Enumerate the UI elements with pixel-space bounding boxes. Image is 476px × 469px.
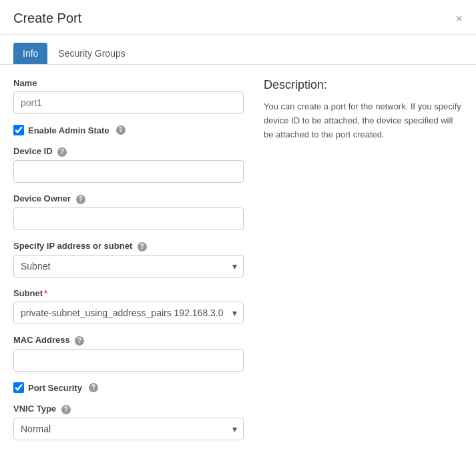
- name-label: Name: [13, 78, 244, 88]
- modal-body: Name Enable Admin State ? Device ID ? De…: [0, 65, 476, 464]
- enable-admin-state-label[interactable]: Enable Admin State: [28, 125, 109, 135]
- subnet-label: Subnet*: [13, 288, 244, 298]
- port-security-row: Port Security ?: [13, 382, 244, 393]
- form-left-column: Name Enable Admin State ? Device ID ? De…: [13, 78, 244, 451]
- device-owner-group: Device Owner ?: [13, 193, 244, 230]
- device-owner-help-icon[interactable]: ?: [76, 195, 85, 204]
- subnet-select[interactable]: private-subnet_using_address_pairs 192.1…: [13, 302, 244, 324]
- tabs-container: Info Security Groups: [0, 35, 476, 65]
- vnic-type-select-wrapper: Normal Direct MacVTap Baremetal VDPA: [13, 418, 244, 440]
- enable-admin-state-row: Enable Admin State ?: [13, 125, 244, 135]
- subnet-group: Subnet* private-subnet_using_address_pai…: [13, 288, 244, 324]
- vnic-type-label: VNIC Type ?: [13, 404, 244, 414]
- port-security-help-icon[interactable]: ?: [89, 383, 98, 392]
- device-id-label: Device ID ?: [13, 146, 244, 157]
- enable-admin-state-help-icon[interactable]: ?: [116, 125, 126, 135]
- specify-ip-select-wrapper: Subnet Fixed IP Address Unspecified: [13, 255, 244, 278]
- device-id-group: Device ID ?: [13, 146, 244, 183]
- modal-header: Create Port ×: [0, 0, 476, 35]
- mac-address-help-icon[interactable]: ?: [75, 336, 84, 346]
- vnic-type-select[interactable]: Normal Direct MacVTap Baremetal VDPA: [13, 418, 244, 440]
- description-title: Description:: [264, 78, 463, 92]
- tab-security-groups[interactable]: Security Groups: [49, 43, 134, 64]
- subnet-select-wrapper: private-subnet_using_address_pairs 192.1…: [13, 302, 244, 324]
- device-id-input[interactable]: [13, 160, 244, 183]
- specify-ip-label: Specify IP address or subnet ?: [13, 241, 244, 252]
- device-id-help-icon[interactable]: ?: [57, 147, 67, 157]
- port-security-label[interactable]: Port Security: [28, 383, 82, 393]
- specify-ip-help-icon[interactable]: ?: [138, 242, 147, 252]
- modal-title: Create Port: [13, 11, 81, 26]
- mac-address-label: MAC Address ?: [13, 335, 244, 346]
- port-security-checkbox[interactable]: [13, 382, 24, 393]
- close-button[interactable]: ×: [455, 13, 463, 25]
- description-column: Description: You can create a port for t…: [257, 78, 463, 451]
- name-group: Name: [13, 78, 244, 114]
- device-owner-input[interactable]: [13, 207, 244, 230]
- name-input[interactable]: [13, 91, 244, 114]
- mac-address-group: MAC Address ?: [13, 335, 244, 372]
- description-text: You can create a port for the network. I…: [264, 100, 463, 141]
- specify-ip-select[interactable]: Subnet Fixed IP Address Unspecified: [13, 255, 244, 278]
- enable-admin-state-checkbox[interactable]: [13, 125, 24, 135]
- vnic-type-group: VNIC Type ? Normal Direct MacVTap Bareme…: [13, 404, 244, 440]
- vnic-type-help-icon[interactable]: ?: [61, 405, 71, 414]
- mac-address-input[interactable]: [13, 349, 244, 372]
- device-owner-label: Device Owner ?: [13, 193, 244, 204]
- specify-ip-group: Specify IP address or subnet ? Subnet Fi…: [13, 241, 244, 278]
- tab-info[interactable]: Info: [13, 43, 47, 64]
